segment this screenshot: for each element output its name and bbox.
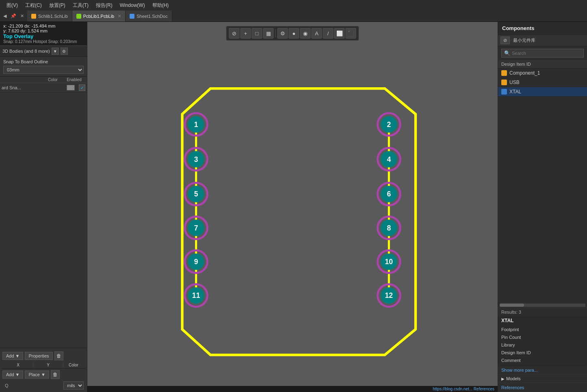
comp-icon-usb bbox=[501, 80, 507, 85]
bottom-section: Add ▼ Properties 🗑 X Y Color Add ▼ bbox=[0, 348, 87, 392]
menu-help[interactable]: 帮助(H) bbox=[149, 1, 172, 10]
coordinate-display: x: -21.209 dx: -15.494 mm y: 7.620 dy: 1… bbox=[0, 22, 87, 46]
snap-to-board-label: Snap To Board Outline bbox=[3, 59, 84, 64]
xtal-prop-pin-count[interactable]: Pin Count bbox=[501, 334, 584, 341]
models-header[interactable]: ▶ Models bbox=[501, 376, 584, 381]
bottom-url-bar: https://blog.csdn.ne t... References bbox=[87, 386, 498, 392]
references-link[interactable]: References bbox=[501, 385, 524, 390]
right-filter-button[interactable]: ⊘ bbox=[500, 37, 510, 44]
svg-text:4: 4 bbox=[387, 155, 391, 164]
coord-row-2: y: 7.620 dy: 1.524 mm bbox=[3, 28, 84, 33]
comp-label-usb: USB bbox=[509, 80, 520, 85]
pin-3: 3 bbox=[185, 148, 208, 171]
delete-button-2[interactable]: 🗑 bbox=[51, 370, 60, 379]
menu-window[interactable]: Window(W) bbox=[117, 2, 148, 9]
layers-spacer bbox=[0, 93, 87, 348]
layer-name: Top Overlay bbox=[3, 33, 84, 39]
add-button-2[interactable]: Add ▼ bbox=[2, 370, 23, 379]
tab-prev-button[interactable]: ◀ bbox=[2, 13, 8, 19]
search-icon: 🔍 bbox=[504, 50, 510, 56]
coord-row-1: x: -21.209 dx: -15.494 mm bbox=[3, 24, 84, 28]
tab-label-schdoc: Sheet1.SchDoc bbox=[136, 14, 167, 19]
svg-text:10: 10 bbox=[385, 258, 393, 266]
canvas-area[interactable]: ⊘ + □ ▦ ⚙ ● ◉ A / ⬜ ⬛ bbox=[87, 22, 498, 392]
tab-nav-buttons: ◀ 📌 ✕ bbox=[0, 11, 27, 22]
pin-6: 6 bbox=[378, 183, 401, 205]
svg-text:8: 8 bbox=[387, 224, 391, 232]
references-section: References bbox=[498, 383, 587, 392]
svg-text:7: 7 bbox=[194, 224, 198, 232]
delete-button-1[interactable]: 🗑 bbox=[54, 351, 63, 360]
x-label: x: bbox=[3, 24, 7, 28]
place-button[interactable]: Place ▼ bbox=[25, 370, 49, 379]
add-place-row-2: Add ▼ Place ▼ 🗑 bbox=[2, 368, 85, 381]
menubar: 图(V) 工程(C) 放置(P) 工具(T) 报告(R) Window(W) 帮… bbox=[0, 0, 587, 11]
component-item-xtal[interactable]: XTAL bbox=[498, 87, 587, 97]
x-value: -21.209 bbox=[8, 24, 23, 28]
comp-label-xtal: XTAL bbox=[509, 89, 521, 95]
properties-button[interactable]: Properties bbox=[25, 352, 52, 360]
horizontal-scrollbar[interactable] bbox=[500, 304, 585, 307]
comp-icon-component1 bbox=[501, 70, 507, 76]
components-header: Components bbox=[498, 22, 587, 35]
layer-enabled-checkbox[interactable] bbox=[79, 84, 85, 91]
dy-label: dy: bbox=[20, 28, 26, 33]
right-panel: Components ⊘ 最小元件库 🔍 Design Item ID Comp… bbox=[498, 22, 587, 392]
pin-7: 7 bbox=[185, 217, 208, 239]
snap-to-board-section: Snap To Board Outline 03mm bbox=[0, 57, 87, 77]
xtal-prop-footprint[interactable]: Footprint bbox=[501, 326, 584, 334]
tab-close-pcblib[interactable]: ✕ bbox=[118, 14, 121, 18]
y-label: y: bbox=[3, 28, 7, 33]
menu-report[interactable]: 报告(R) bbox=[93, 1, 116, 10]
menu-tools[interactable]: 工具(T) bbox=[69, 1, 92, 10]
svg-text:9: 9 bbox=[194, 258, 198, 266]
filter-settings-button[interactable]: ⚙ bbox=[61, 47, 68, 55]
right-toolbar: ⊘ 最小元件库 bbox=[498, 35, 587, 46]
menu-project[interactable]: 工程(C) bbox=[22, 1, 45, 10]
menu-view[interactable]: 图(V) bbox=[3, 1, 21, 10]
xtal-prop-comment[interactable]: Comment bbox=[501, 357, 584, 364]
layer-row-board-snap: ard Sna... bbox=[0, 83, 87, 93]
add-dropdown-arrow-2: ▼ bbox=[15, 372, 20, 377]
models-arrow-icon: ▶ bbox=[501, 377, 505, 381]
pcb-canvas: 1 3 5 7 9 bbox=[87, 22, 498, 392]
tab-close-all-button[interactable]: ✕ bbox=[19, 13, 26, 19]
component-item-component1[interactable]: Component_1 bbox=[498, 69, 587, 78]
show-more-link[interactable]: Show more para... bbox=[498, 366, 587, 374]
search-box: 🔍 bbox=[501, 49, 584, 58]
filter-button[interactable]: ▼ bbox=[52, 47, 59, 55]
url-text: https://blog.csdn.ne bbox=[433, 387, 468, 391]
tab-schdoc[interactable]: Sheet1.SchDoc bbox=[126, 11, 172, 22]
y-value: 7.620 bbox=[8, 28, 19, 33]
tab-icon-schlib bbox=[31, 14, 36, 19]
left-panel: x: -21.209 dx: -15.494 mm y: 7.620 dy: 1… bbox=[0, 22, 87, 392]
menu-place[interactable]: 放置(P) bbox=[46, 1, 69, 10]
xtal-prop-design-item-id[interactable]: Design Item ID bbox=[501, 349, 584, 357]
layer-color-box[interactable] bbox=[67, 85, 75, 90]
dx-label: dx: bbox=[24, 24, 30, 28]
xtal-detail-section: XTAL Footprint Pin Count Library Design … bbox=[498, 316, 587, 366]
svg-text:2: 2 bbox=[387, 121, 391, 129]
tab-pcblib[interactable]: PcbLib1.PcbLib ✕ bbox=[72, 11, 126, 22]
tab-pin-button[interactable]: 📌 bbox=[9, 13, 18, 19]
unit-row: Q mils bbox=[2, 381, 85, 390]
tab-label-pcblib: PcbLib1.PcbLib bbox=[83, 14, 114, 19]
column-headers: Color Enabled bbox=[0, 77, 87, 83]
add-button[interactable]: Add ▼ bbox=[2, 352, 23, 360]
svg-text:3: 3 bbox=[194, 155, 198, 164]
horizontal-scrollbar-thumb bbox=[500, 304, 524, 307]
comp-icon-xtal bbox=[501, 89, 507, 95]
unit-select[interactable]: mils bbox=[63, 381, 84, 390]
pin-5: 5 bbox=[185, 183, 208, 205]
snap-to-board-dropdown[interactable]: 03mm bbox=[3, 66, 84, 74]
search-input[interactable] bbox=[512, 51, 581, 56]
col-header-enabled: Enabled bbox=[63, 78, 85, 82]
minimized-label: 最小元件库 bbox=[513, 37, 535, 43]
pin-2: 2 bbox=[378, 113, 401, 136]
tab-schlib[interactable]: Schlib1.SchLib bbox=[27, 11, 72, 22]
xtal-prop-library[interactable]: Library bbox=[501, 341, 584, 349]
pin-8: 8 bbox=[378, 217, 401, 239]
place-dropdown-arrow: ▼ bbox=[41, 372, 45, 377]
component-item-usb[interactable]: USB bbox=[498, 78, 587, 87]
col-header-color: Color bbox=[43, 78, 63, 82]
